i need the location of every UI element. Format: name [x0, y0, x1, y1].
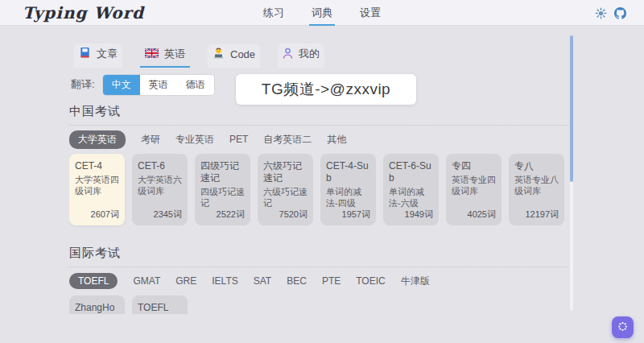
card-desc: 英语专业八级词库 [514, 174, 559, 197]
technologist-icon [213, 48, 225, 61]
card-desc: 四级巧记速记 [200, 186, 245, 209]
chip-major-english[interactable]: 专业英语 [175, 133, 214, 147]
dict-card-cet4[interactable]: CET-4 大学英语四级词库 2607词 [69, 154, 125, 225]
book-icon [79, 47, 91, 61]
dict-card-tem4[interactable]: 专四 英语专业四级词库 4025词 [446, 154, 502, 225]
github-icon[interactable] [614, 7, 626, 19]
app-window: Typing Word 练习 词典 设置 [0, 0, 644, 343]
card-word-count: 12197词 [525, 209, 559, 221]
card-name: 六级巧记速记 [263, 160, 308, 184]
chip-self-study[interactable]: 自考英语二 [263, 133, 312, 147]
china-exam-cards: CET-4 大学英语四级词库 2607词 CET-6 大学英语六级词库 2345… [69, 154, 568, 225]
translate-option-english[interactable]: 英语 [140, 75, 177, 95]
header: Typing Word 练习 词典 设置 [0, 0, 644, 26]
dict-card-cet4-sub[interactable]: CET-4-Sub 单词的减法-四级 1957词 [320, 154, 376, 225]
header-icons [595, 0, 626, 26]
floating-action-button[interactable] [612, 316, 634, 338]
chip-toefl[interactable]: TOEFL [69, 273, 118, 289]
card-desc: 六级巧记速记 [263, 186, 308, 209]
card-desc: 单词的减法-四级 [326, 186, 370, 209]
scrollbar-thumb[interactable] [570, 35, 573, 182]
chip-gre[interactable]: GRE [175, 275, 196, 287]
chip-college-english[interactable]: 大学英语 [69, 130, 126, 149]
tab-label: 我的 [299, 47, 320, 61]
chip-bec[interactable]: BEC [287, 275, 307, 287]
divider [69, 267, 568, 267]
international-exam-chips: TOEFL GMAT GRE IELTS SAT BEC PTE TOEIC 牛… [69, 274, 568, 288]
card-word-count: 1949词 [405, 209, 433, 221]
card-desc: 英语专业四级词库 [452, 174, 496, 197]
tab-code[interactable]: Code [208, 44, 260, 68]
card-name: 专八 [514, 160, 559, 172]
tab-label: 英语 [164, 47, 185, 61]
section-international-exams: 国际考试 TOEFL GMAT GRE IELTS SAT BEC PTE TO… [69, 246, 568, 314]
dict-card-cet4-quick[interactable]: 四级巧记速记 四级巧记速记 2522词 [195, 154, 250, 225]
tab-english[interactable]: 英语 [140, 43, 190, 68]
section-china-exams: 中国考试 大学英语 考研 专业英语 PET 自考英语二 其他 CET-4 大学英… [69, 104, 568, 225]
card-name: 四级巧记速记 [200, 160, 245, 184]
card-word-count: 7520词 [279, 209, 308, 221]
person-icon [283, 48, 293, 61]
nav-dictionary[interactable]: 词典 [309, 1, 335, 26]
chip-toeic[interactable]: TOEIC [356, 275, 385, 287]
card-name: CET-6-Sub [389, 160, 433, 184]
dict-tabs: 文章 英语 [74, 43, 568, 68]
chip-other[interactable]: 其他 [327, 133, 346, 147]
card-name: CET-4 [75, 160, 119, 172]
tab-label: 文章 [97, 47, 118, 61]
tab-articles[interactable]: 文章 [74, 43, 122, 68]
translate-label: 翻译: [71, 77, 95, 92]
theme-toggle-icon[interactable] [595, 7, 607, 19]
dict-card-toefl-common[interactable]: TOEFL 托福考试常见词 [132, 295, 188, 314]
chip-pet[interactable]: PET [229, 134, 248, 145]
dict-card-cet6-sub[interactable]: CET-6-Sub 单词的减法-六级 1949词 [383, 154, 439, 225]
card-desc: 单词的减法-六级 [389, 186, 433, 209]
chip-pte[interactable]: PTE [322, 275, 341, 287]
nav-settings[interactable]: 设置 [357, 1, 383, 26]
card-name: 专四 [452, 160, 496, 172]
card-name: ZhangHongYa [75, 302, 119, 314]
card-word-count: 4025词 [468, 209, 496, 221]
translate-option-chinese[interactable]: 中文 [103, 75, 140, 95]
chip-oxford[interactable]: 牛津版 [401, 275, 430, 288]
card-desc: 大学英语六级词库 [138, 174, 182, 197]
chip-sat[interactable]: SAT [254, 275, 271, 287]
card-name: CET-4-Sub [326, 160, 370, 184]
dict-card-cet6-quick[interactable]: 六级巧记速记 六级巧记速记 7520词 [258, 154, 313, 225]
chip-gmat[interactable]: GMAT [133, 275, 160, 287]
card-word-count: 1957词 [342, 209, 370, 221]
section-title: 国际考试 [69, 246, 568, 261]
divider [69, 125, 568, 126]
chip-ielts[interactable]: IELTS [212, 275, 237, 287]
watermark-badge: TG频道->@zxxvip [236, 74, 416, 105]
dict-card-zhanghongya-toefl[interactable]: ZhangHongYa 的TOEFL词... [69, 295, 125, 314]
international-exam-cards: ZhangHongYa 的TOEFL词... TOEFL 托福考试常见词 [69, 295, 568, 314]
dot-ring-icon [617, 320, 629, 335]
dict-card-tem8[interactable]: 专八 英语专业八级词库 12197词 [509, 154, 564, 225]
tab-label: Code [230, 48, 255, 60]
card-word-count: 2522词 [217, 209, 245, 221]
tab-mine[interactable]: 我的 [278, 43, 324, 68]
card-desc: 大学英语四级词库 [75, 174, 119, 197]
card-word-count: 2607词 [91, 209, 119, 221]
china-exam-chips: 大学英语 考研 专业英语 PET 自考英语二 其他 [69, 132, 568, 147]
chip-kaoyan[interactable]: 考研 [141, 133, 160, 147]
card-name: CET-6 [138, 160, 182, 172]
uk-flag-icon [145, 48, 159, 60]
dict-card-cet6[interactable]: CET-6 大学英语六级词库 2345词 [132, 154, 188, 225]
card-word-count: 2345词 [154, 209, 182, 221]
translate-option-german[interactable]: 德语 [177, 75, 214, 95]
translate-segmented-control: 中文 英语 德语 [103, 75, 214, 95]
card-name: TOEFL [138, 302, 182, 314]
section-title: 中国考试 [69, 104, 568, 119]
main-nav: 练习 词典 设置 [0, 0, 644, 26]
nav-practice[interactable]: 练习 [261, 1, 287, 26]
